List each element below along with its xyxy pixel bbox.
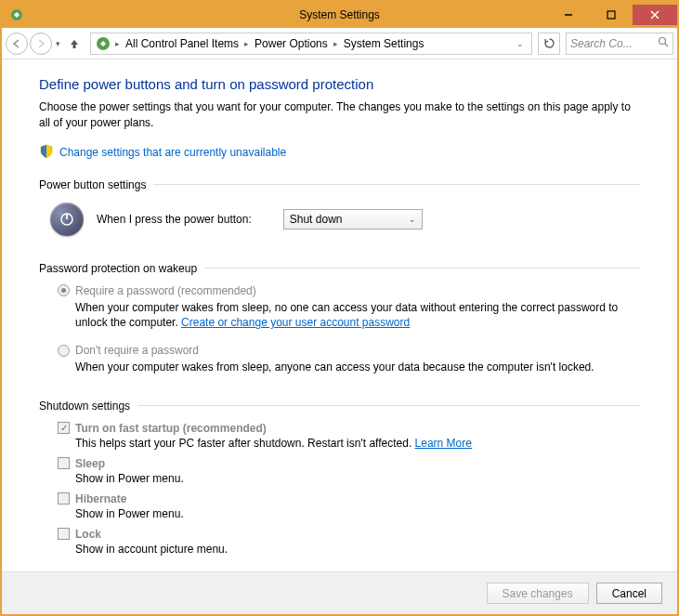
search-placeholder: Search Co... (570, 37, 633, 50)
check-fast-startup: ✓ Turn on fast startup (recommended) Thi… (58, 422, 640, 450)
chevron-right-icon: ▸ (115, 39, 120, 48)
breadcrumb-item[interactable]: System Settings (340, 37, 428, 50)
back-button[interactable] (6, 33, 28, 55)
location-icon (95, 35, 111, 52)
divider (204, 268, 640, 269)
page-description: Choose the power settings that you want … (39, 99, 640, 131)
radio-require-password: Require a password (recommended) When yo… (58, 284, 640, 332)
shield-icon (39, 144, 54, 162)
password-options: Require a password (recommended) When yo… (58, 284, 640, 375)
radio-description: When your computer wakes from sleep, no … (75, 300, 640, 332)
check-description: Show in account picture menu. (75, 543, 640, 556)
window-title: System Settings (299, 8, 380, 21)
maximize-button[interactable] (590, 5, 633, 25)
search-input[interactable]: Search Co... (566, 33, 673, 55)
power-action-dropdown[interactable]: Shut down ⌄ (283, 209, 423, 229)
search-icon (658, 36, 669, 50)
group-label-text: Password protection on wakeup (39, 262, 197, 275)
minimize-button[interactable] (547, 5, 590, 25)
titlebar[interactable]: System Settings (2, 2, 677, 28)
cancel-button[interactable]: Cancel (596, 583, 662, 604)
refresh-button[interactable] (538, 33, 560, 55)
app-icon (9, 7, 24, 22)
window-frame: System Settings ▾ ▸ (0, 0, 679, 616)
power-icon (50, 203, 84, 236)
radio-description: When your computer wakes from sleep, any… (75, 360, 640, 375)
check-label: Turn on fast startup (recommended) (75, 422, 267, 435)
checkbox-input[interactable] (58, 528, 70, 540)
checkbox-input[interactable] (58, 492, 70, 505)
radio-label: Don't require a password (75, 344, 199, 357)
page-title: Define power buttons and turn on passwor… (39, 76, 640, 92)
divider (153, 184, 640, 185)
power-button-label: When I press the power button: (97, 213, 252, 226)
group-power-button: Power button settings (39, 178, 640, 191)
admin-link-row: Change settings that are currently unava… (39, 144, 640, 162)
radio-input[interactable] (58, 345, 70, 357)
check-label: Lock (75, 528, 101, 541)
chevron-right-icon: ▸ (244, 39, 249, 48)
change-settings-link[interactable]: Change settings that are currently unava… (59, 146, 286, 159)
chevron-down-icon[interactable]: ⌄ (511, 39, 529, 48)
radio-label: Require a password (recommended) (75, 284, 256, 297)
radio-input[interactable] (58, 284, 70, 296)
svg-line-7 (665, 44, 668, 46)
radio-dont-require-password: Don't require a password When your compu… (58, 344, 640, 375)
check-label: Hibernate (75, 492, 126, 505)
group-label-text: Shutdown settings (39, 400, 130, 413)
shutdown-options: ✓ Turn on fast startup (recommended) Thi… (58, 422, 640, 556)
breadcrumb[interactable]: ▸ All Control Panel Items ▸ Power Option… (90, 33, 532, 55)
breadcrumb-item[interactable]: All Control Panel Items (122, 37, 242, 50)
save-button[interactable]: Save changes (487, 583, 589, 604)
check-description: This helps start your PC faster after sh… (75, 437, 640, 450)
history-dropdown-icon[interactable]: ▾ (56, 39, 60, 48)
up-button[interactable] (64, 33, 85, 54)
content-scroll[interactable]: Define power buttons and turn on passwor… (2, 59, 677, 571)
check-lock: Lock Show in account picture menu. (58, 528, 640, 556)
group-shutdown: Shutdown settings (39, 400, 640, 413)
close-button[interactable] (633, 5, 677, 25)
check-description: Show in Power menu. (75, 472, 640, 485)
svg-rect-2 (607, 11, 615, 19)
group-label-text: Power button settings (39, 178, 146, 191)
check-label: Sleep (75, 457, 105, 470)
check-description: Show in Power menu. (75, 507, 640, 520)
divider (137, 405, 640, 406)
window-controls (547, 5, 677, 25)
learn-more-link[interactable]: Learn More (415, 437, 472, 450)
content-area: Define power buttons and turn on passwor… (2, 59, 677, 571)
power-button-row: When I press the power button: Shut down… (50, 203, 640, 236)
chevron-right-icon: ▸ (333, 39, 338, 48)
forward-button[interactable] (30, 33, 52, 55)
checkbox-input[interactable] (58, 457, 70, 469)
navigation-bar: ▾ ▸ All Control Panel Items ▸ Power Opti… (2, 28, 677, 59)
footer: Save changes Cancel (2, 571, 677, 614)
checkbox-input[interactable]: ✓ (58, 422, 70, 434)
check-sleep: Sleep Show in Power menu. (58, 457, 640, 485)
chevron-down-icon: ⌄ (409, 215, 416, 224)
group-password: Password protection on wakeup (39, 262, 640, 275)
dropdown-value: Shut down (290, 213, 343, 226)
breadcrumb-item[interactable]: Power Options (251, 37, 332, 50)
check-hibernate: Hibernate Show in Power menu. (58, 492, 640, 520)
svg-point-6 (659, 38, 666, 45)
create-password-link[interactable]: Create or change your user account passw… (181, 316, 410, 329)
